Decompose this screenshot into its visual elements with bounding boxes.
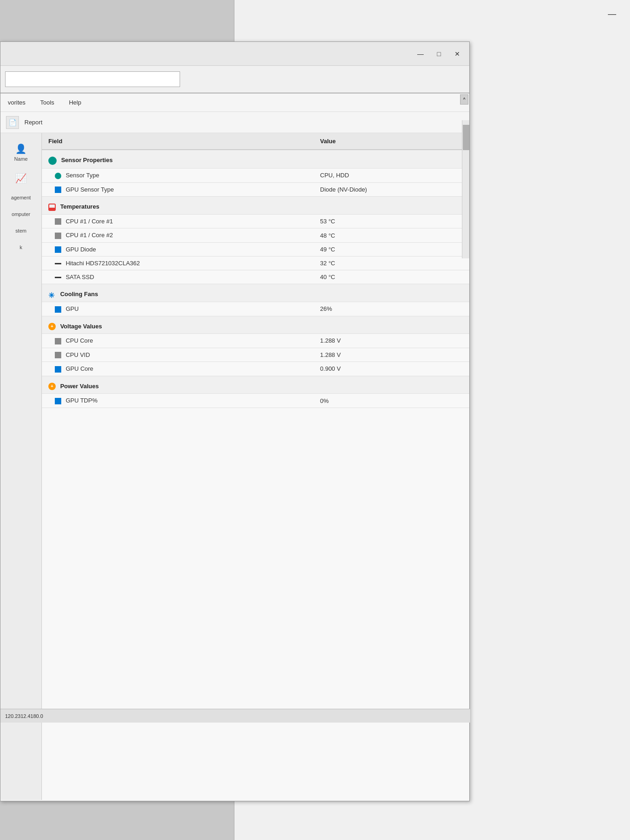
row-gpu-tdp: GPU TDP% 0% xyxy=(42,394,469,408)
bg-panel-minimize-btn[interactable]: — xyxy=(608,9,616,19)
gpu-diode-icon xyxy=(55,246,61,253)
cooling-fans-label: Cooling Fans xyxy=(60,291,98,298)
content-area: 👤 Name 📈 agement omputer stem k xyxy=(0,133,469,800)
gpu-tdp-value: 0% xyxy=(314,394,469,408)
sata-ssd-value: 40 °C xyxy=(314,270,469,284)
gpu-sensor-field: GPU Sensor Type xyxy=(66,186,114,193)
sata-ssd-field: SATA SSD xyxy=(66,274,94,280)
search-input[interactable] xyxy=(5,71,180,87)
sidebar-item-computer[interactable]: omputer xyxy=(0,206,41,222)
menu-help[interactable]: Help xyxy=(66,97,84,108)
section-sensor-properties: Sensor Properties xyxy=(42,150,469,169)
gpu-sensor-value: Diode (NV-Diode) xyxy=(314,182,469,197)
title-bar-buttons: — □ ✕ xyxy=(413,47,465,60)
sata-ssd-icon xyxy=(55,277,61,278)
report-doc-icon: 📄 xyxy=(9,119,17,126)
gpu-sensor-icon xyxy=(55,187,61,193)
row-cpu1-core2: CPU #1 / Core #2 48 °C xyxy=(42,228,469,243)
voltage-values-label: Voltage Values xyxy=(60,323,102,330)
section-cooling-fans: ✳ Cooling Fans xyxy=(42,284,469,302)
temperatures-icon xyxy=(48,204,56,211)
cpu-vid-value: 1.288 V xyxy=(314,348,469,362)
status-bar: 120.2312.4180.0 xyxy=(0,709,470,723)
row-gpu-core-voltage: GPU Core 0.900 V xyxy=(42,362,469,376)
gpu-core-voltage-icon xyxy=(55,366,61,373)
gpu-diode-value: 49 °C xyxy=(314,242,469,257)
cpu-core-value: 1.288 V xyxy=(314,334,469,348)
col-value: Value xyxy=(314,133,469,150)
chart-icon: 📈 xyxy=(15,173,27,184)
sidebar-label-management: agement xyxy=(11,195,31,200)
cooling-fans-icon: ✳ xyxy=(48,291,56,298)
row-gpu-diode: GPU Diode 49 °C xyxy=(42,242,469,257)
temperatures-label: Temperatures xyxy=(60,203,99,210)
section-temperatures: Temperatures xyxy=(42,197,469,215)
cpu1core1-field: CPU #1 / Core #1 xyxy=(66,218,113,225)
voltage-values-icon: + xyxy=(48,323,56,330)
cpu-core-field: CPU Core xyxy=(66,337,93,344)
gpu-fan-icon xyxy=(55,306,61,313)
sensor-type-value: CPU, HDD xyxy=(314,169,469,183)
sidebar-item-k[interactable]: k xyxy=(0,239,41,256)
hitachi-icon xyxy=(55,263,61,264)
sensor-properties-label: Sensor Properties xyxy=(61,157,113,163)
cpu-vid-icon xyxy=(55,352,61,358)
maximize-button[interactable]: □ xyxy=(432,47,446,60)
gpu-diode-field: GPU Diode xyxy=(66,246,96,253)
toolbar: 📄 Report xyxy=(0,112,469,133)
scrollbar-track[interactable] xyxy=(462,120,469,258)
cpu-core-icon xyxy=(55,338,61,344)
row-cpu-core: CPU Core 1.288 V xyxy=(42,334,469,348)
sensor-type-icon xyxy=(55,173,61,179)
report-icon[interactable]: 📄 xyxy=(6,116,19,129)
person-icon: 👤 xyxy=(15,143,27,154)
menu-tools[interactable]: Tools xyxy=(37,97,57,108)
gpu-fan-field: GPU xyxy=(66,305,79,312)
power-values-icon: + xyxy=(48,383,56,390)
gpu-core-voltage-field: GPU Core xyxy=(66,365,93,372)
cpu-vid-field: CPU VID xyxy=(66,351,90,358)
row-sensor-type: Sensor Type CPU, HDD xyxy=(42,169,469,183)
data-table: Field Value Sensor Properties xyxy=(42,133,469,408)
section-voltage-values: + Voltage Values xyxy=(42,316,469,334)
cpu1core1-icon xyxy=(55,218,61,225)
minimize-button[interactable]: — xyxy=(413,47,428,60)
gpu-core-voltage-value: 0.900 V xyxy=(314,362,469,376)
gpu-tdp-icon xyxy=(55,398,61,404)
gpu-fan-value: 26% xyxy=(314,302,469,316)
sensor-type-field: Sensor Type xyxy=(66,172,99,179)
sidebar-item-chart[interactable]: 📈 xyxy=(0,167,41,189)
sensor-properties-icon xyxy=(48,157,57,165)
hitachi-field: Hitachi HDS721032CLA362 xyxy=(66,260,140,267)
sidebar-label-name: Name xyxy=(14,156,28,162)
hitachi-value: 32 °C xyxy=(314,257,469,270)
row-cpu1-core1: CPU #1 / Core #1 53 °C xyxy=(42,214,469,228)
cpu1core2-icon xyxy=(55,233,61,239)
menu-favorites[interactable]: vorites xyxy=(5,97,28,108)
row-cpu-vid: CPU VID 1.288 V xyxy=(42,348,469,362)
sidebar: 👤 Name 📈 agement omputer stem k xyxy=(0,133,42,800)
sidebar-label-computer: omputer xyxy=(12,211,30,217)
cpu1core2-value: 48 °C xyxy=(314,228,469,243)
row-sata-ssd: SATA SSD 40 °C xyxy=(42,270,469,284)
sidebar-item-name[interactable]: 👤 Name xyxy=(0,138,41,167)
details-panel: Field Value Sensor Properties xyxy=(42,133,469,800)
sidebar-item-system[interactable]: stem xyxy=(0,222,41,239)
menu-bar: vorites Tools Help xyxy=(0,93,469,112)
row-gpu-fan: GPU 26% xyxy=(42,302,469,316)
search-bar: ^ xyxy=(0,66,469,93)
col-field: Field xyxy=(42,133,314,150)
scrollbar-thumb[interactable] xyxy=(463,125,469,150)
report-label: Report xyxy=(24,119,42,126)
sidebar-label-system: stem xyxy=(16,228,27,233)
close-button[interactable]: ✕ xyxy=(450,47,465,60)
gpu-tdp-field: GPU TDP% xyxy=(66,397,98,404)
sidebar-item-management[interactable]: agement xyxy=(0,189,41,206)
hwinfo-window: — □ ✕ ^ vorites Tools Help 📄 Report 👤 Na… xyxy=(0,41,470,801)
sidebar-label-k: k xyxy=(20,245,23,250)
row-gpu-sensor-type: GPU Sensor Type Diode (NV-Diode) xyxy=(42,182,469,197)
title-bar: — □ ✕ xyxy=(0,42,469,66)
scroll-up-arrow[interactable]: ^ xyxy=(460,94,468,105)
status-text: 120.2312.4180.0 xyxy=(5,713,43,719)
power-values-label: Power Values xyxy=(60,383,99,390)
